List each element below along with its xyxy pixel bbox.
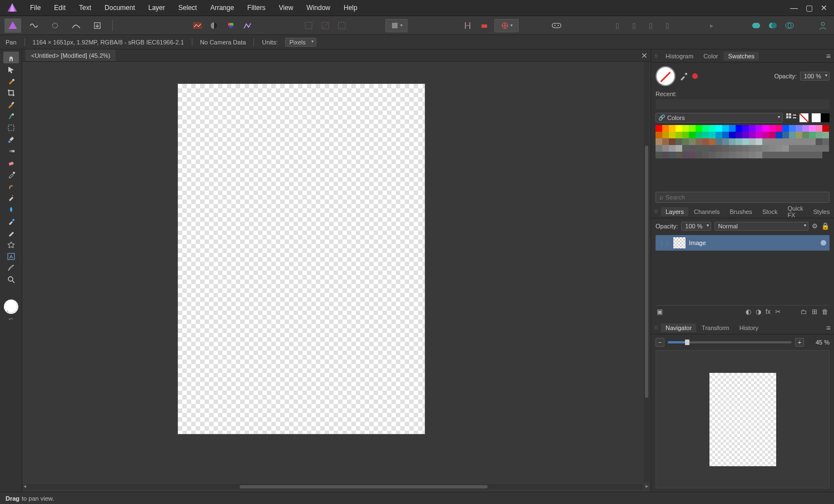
layers-opacity-dropdown[interactable]: 100 % bbox=[681, 222, 711, 231]
zoom-tool[interactable] bbox=[3, 273, 19, 285]
swatch-search-field[interactable]: ⌕ bbox=[656, 192, 830, 203]
mask-layer-button[interactable]: ▣ bbox=[657, 308, 663, 316]
selection-marquee-button[interactable] bbox=[302, 19, 315, 32]
selection-invert-button[interactable] bbox=[335, 19, 349, 32]
swatch[interactable] bbox=[709, 145, 716, 152]
swatch[interactable] bbox=[756, 132, 762, 138]
swatch[interactable] bbox=[742, 138, 749, 145]
group-layers-button[interactable]: 🗀 bbox=[801, 308, 807, 316]
swatch[interactable] bbox=[822, 132, 829, 138]
auto-contrast-button[interactable] bbox=[207, 19, 221, 32]
panel-grip-icon[interactable]: ⁞⁞ bbox=[654, 53, 658, 59]
swatch[interactable] bbox=[816, 125, 822, 132]
swatch[interactable] bbox=[762, 145, 769, 152]
tab-transform[interactable]: Transform bbox=[697, 323, 734, 332]
layer-settings-icon[interactable]: ⚙ bbox=[812, 222, 818, 230]
swatch[interactable] bbox=[816, 132, 822, 138]
swatch[interactable] bbox=[756, 152, 762, 158]
swatch[interactable] bbox=[809, 138, 816, 145]
swatch[interactable] bbox=[689, 138, 696, 145]
canvas-viewport[interactable] bbox=[22, 62, 651, 492]
swatch[interactable] bbox=[736, 132, 742, 138]
layer-drag-handle-icon[interactable]: ⋮⋮ bbox=[659, 240, 670, 246]
swatch[interactable] bbox=[769, 145, 776, 152]
tab-brushes[interactable]: Brushes bbox=[726, 207, 757, 216]
swatch[interactable] bbox=[762, 132, 769, 138]
swatch[interactable] bbox=[796, 125, 802, 132]
view-tool[interactable] bbox=[3, 52, 19, 63]
snapping-options-dropdown[interactable]: ▾ bbox=[494, 19, 519, 32]
panel-menu-button[interactable]: ≡ bbox=[826, 323, 831, 332]
tab-history[interactable]: History bbox=[735, 323, 763, 332]
swatch[interactable] bbox=[656, 125, 662, 132]
menu-edit[interactable]: Edit bbox=[47, 0, 72, 16]
swatch[interactable] bbox=[729, 138, 736, 145]
menu-view[interactable]: View bbox=[272, 0, 300, 16]
move-tool[interactable] bbox=[3, 63, 19, 75]
swatch[interactable] bbox=[676, 138, 682, 145]
swatch[interactable] bbox=[716, 138, 722, 145]
maximize-button[interactable]: ▢ bbox=[806, 3, 813, 12]
swatch[interactable] bbox=[756, 125, 762, 132]
swatch[interactable] bbox=[776, 125, 782, 132]
swatch[interactable] bbox=[669, 132, 676, 138]
swatch[interactable] bbox=[736, 145, 742, 152]
auto-levels-button[interactable] bbox=[191, 19, 204, 32]
palette-select-dropdown[interactable]: Colors bbox=[656, 113, 783, 123]
boolean-subtract-button[interactable] bbox=[766, 19, 780, 32]
swatch[interactable] bbox=[696, 145, 702, 152]
layer-thumbnail[interactable] bbox=[673, 237, 686, 248]
primary-color-well[interactable] bbox=[656, 66, 676, 86]
swatch[interactable] bbox=[722, 132, 729, 138]
fx-button[interactable]: ◑ bbox=[756, 308, 761, 316]
swatch[interactable] bbox=[789, 145, 796, 152]
crop-layer-button[interactable]: ✂ bbox=[775, 308, 781, 316]
swatch[interactable] bbox=[709, 125, 716, 132]
swatch[interactable] bbox=[722, 145, 729, 152]
smudge-tool[interactable] bbox=[3, 180, 19, 192]
swatch[interactable] bbox=[762, 152, 769, 158]
arrange-button[interactable]: ▸ bbox=[705, 19, 718, 32]
mask-button[interactable]: fx bbox=[766, 308, 771, 316]
develop-persona-button[interactable] bbox=[47, 18, 63, 33]
tab-quickfx[interactable]: Quick FX bbox=[783, 204, 807, 219]
panel-grip-icon[interactable]: ⁞⁞ bbox=[654, 208, 658, 214]
layer-row[interactable]: ⋮⋮ Image bbox=[656, 235, 830, 251]
quick-mask-dropdown[interactable]: ▾ bbox=[385, 19, 408, 32]
zoom-out-button[interactable]: − bbox=[656, 338, 664, 347]
swatch[interactable] bbox=[736, 138, 742, 145]
swatch[interactable] bbox=[782, 145, 789, 152]
account-icon[interactable] bbox=[816, 19, 830, 32]
menu-help[interactable]: Help bbox=[337, 0, 364, 16]
swatch[interactable] bbox=[809, 125, 816, 132]
swatch[interactable] bbox=[716, 152, 722, 158]
swatch[interactable] bbox=[662, 145, 669, 152]
crop-tool[interactable] bbox=[3, 87, 19, 98]
none-swatch-icon[interactable] bbox=[800, 113, 808, 122]
swatch[interactable] bbox=[669, 125, 676, 132]
swatch[interactable] bbox=[809, 152, 816, 158]
minimize-button[interactable]: — bbox=[790, 3, 798, 12]
swatch[interactable] bbox=[696, 138, 702, 145]
swatch[interactable] bbox=[689, 152, 696, 158]
swatch[interactable] bbox=[702, 152, 709, 158]
swatch[interactable] bbox=[729, 132, 736, 138]
eyedropper-icon[interactable] bbox=[679, 71, 689, 81]
snap-toggle-button[interactable] bbox=[461, 19, 474, 32]
menu-arrange[interactable]: Arrange bbox=[203, 0, 241, 16]
units-dropdown[interactable]: Pixels bbox=[285, 38, 316, 47]
swatch[interactable] bbox=[709, 152, 716, 158]
swatch[interactable] bbox=[656, 138, 662, 145]
swatches-opacity-dropdown[interactable]: 100 % bbox=[800, 72, 830, 81]
swatch[interactable] bbox=[736, 125, 742, 132]
swatch[interactable] bbox=[769, 138, 776, 145]
swatch[interactable] bbox=[656, 152, 662, 158]
marquee-tool[interactable] bbox=[3, 122, 19, 133]
swatch[interactable] bbox=[756, 138, 762, 145]
tab-stock[interactable]: Stock bbox=[758, 207, 782, 216]
swatch[interactable] bbox=[796, 145, 802, 152]
align-right-button[interactable]: ▯ bbox=[644, 19, 657, 32]
close-button[interactable]: ✕ bbox=[821, 3, 827, 12]
swatch[interactable] bbox=[742, 145, 749, 152]
swatch[interactable] bbox=[796, 152, 802, 158]
